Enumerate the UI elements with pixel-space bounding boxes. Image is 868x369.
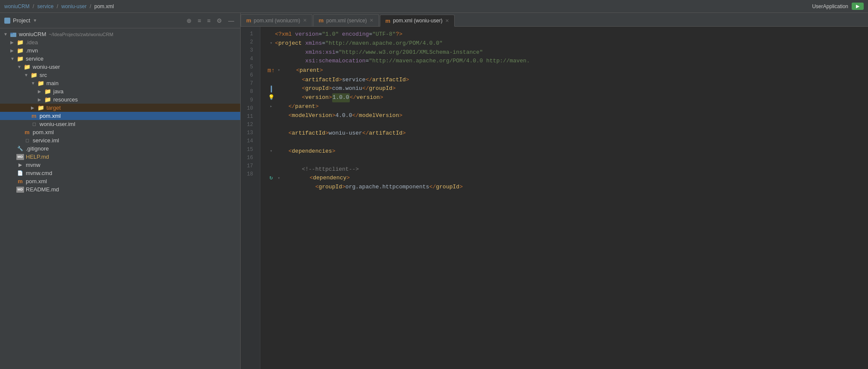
ln-7: 7 bbox=[241, 80, 257, 88]
code-line-7: <groupId>com.woniu</groupId> bbox=[267, 84, 868, 93]
editor-area: m pom.xml (woniucrm) ✕ m pom.xml (servic… bbox=[241, 13, 868, 369]
code-line-6: <artifactId>service</artifactId> bbox=[267, 76, 868, 85]
tree-arrow: ▶ bbox=[38, 89, 44, 94]
project-dropdown-icon[interactable]: ▼ bbox=[33, 18, 37, 23]
tree-item-pom-root[interactable]: m pom.xml bbox=[0, 177, 240, 185]
sidebar-header: Project ▼ ⊕ ≡ ≡ ⚙ — bbox=[0, 13, 240, 28]
folder-resources-icon: 📁 bbox=[44, 97, 52, 103]
tree-arrow: ▶ bbox=[31, 105, 37, 110]
folder-service-icon: 📁 bbox=[16, 56, 24, 62]
main-layout: Project ▼ ⊕ ≡ ≡ ⚙ — ▼ woniuCRM ~/IdeaPro… bbox=[0, 13, 868, 369]
help-md-label: HELP.md bbox=[26, 154, 49, 160]
tree-arrow: ▼ bbox=[31, 81, 37, 86]
ln-16: 16 bbox=[241, 154, 257, 162]
code-content[interactable]: <?xml version="1.0" encoding="UTF-8"?> ▾… bbox=[260, 27, 868, 369]
tab-close-1[interactable]: ✕ bbox=[303, 18, 307, 23]
woniucrm-label: woniuCRM bbox=[19, 31, 46, 37]
woniu-user-iml-label: woniu-user.iml bbox=[40, 121, 75, 127]
tab-bar: m pom.xml (woniucrm) ✕ m pom.xml (servic… bbox=[241, 13, 868, 27]
top-bar: woniuCRM / service / woniu-user / pom.xm… bbox=[0, 0, 868, 13]
file-md-readme-icon: MD bbox=[16, 187, 24, 193]
line-numbers: 1 2 3 4 5 6 7 8 9 10 11 12 13 14 15 16 1… bbox=[241, 27, 260, 369]
tab-pom-woniucrm[interactable]: m pom.xml (woniucrm) ✕ bbox=[241, 14, 312, 26]
tree-item-target[interactable]: ▶ 📁 target bbox=[0, 104, 240, 112]
tree-item-mvnw[interactable]: ▶ mvnw bbox=[0, 161, 240, 169]
code-line-9: ▸ </parent> bbox=[267, 102, 868, 111]
tree-arrow: ▶ bbox=[38, 97, 44, 102]
code-line-5: m↑ ▾ <parent> bbox=[267, 66, 868, 75]
tree-arrow: ▶ bbox=[10, 40, 16, 45]
breadcrumb-woniu-user[interactable]: woniu-user bbox=[61, 3, 87, 9]
tree-item-mvn[interactable]: ▶ 📁 .mvn bbox=[0, 46, 240, 55]
folder-java-icon: 📁 bbox=[44, 89, 52, 95]
file-m-service-icon: m bbox=[23, 129, 31, 135]
file-iml-icon: ◻ bbox=[30, 121, 38, 127]
tree-item-pom-service[interactable]: m pom.xml bbox=[0, 128, 240, 136]
expand-all-button[interactable]: ≡ bbox=[205, 16, 212, 25]
tab-pom-woniu-user[interactable]: m pom.xml (woniu-user) ✕ bbox=[380, 15, 455, 27]
tree-item-readme[interactable]: MD README.md bbox=[0, 185, 240, 194]
tree-item-woniu-user-iml[interactable]: ◻ woniu-user.iml bbox=[0, 120, 240, 128]
tree-arrow: ▼ bbox=[24, 73, 30, 77]
woniucrm-path: ~/IdeaProjects/zwb/woniuCRM bbox=[49, 32, 113, 37]
code-editor: 1 2 3 4 5 6 7 8 9 10 11 12 13 14 15 16 1… bbox=[241, 27, 868, 369]
tab-close-2[interactable]: ✕ bbox=[370, 18, 373, 23]
breadcrumb-woniucrm[interactable]: woniuCRM bbox=[4, 3, 30, 9]
tree-item-mvnw-cmd[interactable]: 📄 mvnw.cmd bbox=[0, 169, 240, 177]
tree-item-help-md[interactable]: MD HELP.md bbox=[0, 153, 240, 161]
service-iml-label: service.iml bbox=[33, 137, 59, 144]
minimize-button[interactable]: — bbox=[226, 16, 236, 25]
tab-label-3: pom.xml (woniu-user) bbox=[393, 18, 442, 24]
toolbar-right: UserApplication ▶ bbox=[812, 3, 864, 10]
folder-idea-icon: 📁 bbox=[16, 40, 24, 46]
add-content-button[interactable]: ⊕ bbox=[185, 16, 193, 25]
code-line-11 bbox=[267, 120, 868, 129]
tab-label-2: pom.xml (service) bbox=[326, 18, 367, 24]
code-line-1: <?xml version="1.0" encoding="UTF-8"?> bbox=[267, 30, 868, 39]
pom-service-label: pom.xml bbox=[33, 129, 54, 135]
java-label: java bbox=[53, 88, 64, 95]
gutter-fold-5[interactable]: ▾ bbox=[275, 67, 283, 74]
tab-m-icon-1: m bbox=[246, 17, 251, 24]
ln-8: 8 bbox=[241, 88, 257, 96]
collapse-all-button[interactable]: ≡ bbox=[196, 16, 203, 25]
woniu-user-label: woniu-user bbox=[33, 64, 60, 70]
tab-pom-service[interactable]: m pom.xml (service) ✕ bbox=[313, 14, 379, 26]
mvn-label: .mvn bbox=[26, 47, 38, 54]
breadcrumb-pom[interactable]: pom.xml bbox=[95, 3, 114, 9]
ln-4: 4 bbox=[241, 55, 257, 63]
idea-label: .idea bbox=[26, 39, 38, 46]
tree-item-idea[interactable]: ▶ 📁 .idea bbox=[0, 38, 240, 46]
settings-button[interactable]: ⚙ bbox=[215, 16, 224, 25]
tree-item-src[interactable]: ▼ 📁 src bbox=[0, 71, 240, 79]
code-line-8: 💡 <version>1.0.0</version> bbox=[267, 93, 868, 102]
gutter-fold-2[interactable]: ▾ bbox=[267, 40, 275, 47]
src-label: src bbox=[40, 72, 47, 78]
folder-mvn-icon: 📁 bbox=[16, 48, 24, 54]
gutter-fold-9[interactable]: ▸ bbox=[267, 103, 275, 110]
tree-item-service[interactable]: ▼ 📁 service bbox=[0, 55, 240, 63]
gutter-7 bbox=[267, 86, 275, 92]
tree-item-gitignore[interactable]: 🔧 .gitignore bbox=[0, 145, 240, 153]
tree-item-woniucrm[interactable]: ▼ woniuCRM ~/IdeaProjects/zwb/woniuCRM bbox=[0, 30, 240, 38]
sidebar-title: Project ▼ bbox=[4, 17, 37, 24]
tree-item-java[interactable]: ▶ 📁 java bbox=[0, 87, 240, 95]
code-line-17: ↻ ▾ <dependency> bbox=[267, 174, 868, 183]
breadcrumb-service[interactable]: service bbox=[37, 3, 54, 9]
gutter-bulb-8[interactable]: 💡 bbox=[267, 94, 275, 102]
tree-item-resources[interactable]: ▶ 📁 resources bbox=[0, 95, 240, 104]
tree-item-pom-woniu-user[interactable]: m pom.xml bbox=[0, 112, 240, 120]
gutter-fold-14[interactable]: ▾ bbox=[267, 148, 275, 155]
tree-item-service-iml[interactable]: ◻ service.iml bbox=[0, 136, 240, 145]
tree-arrow: ▼ bbox=[3, 32, 9, 37]
breadcrumb: woniuCRM / service / woniu-user / pom.xm… bbox=[4, 3, 114, 9]
tree-item-main[interactable]: ▼ 📁 main bbox=[0, 79, 240, 87]
tab-m-icon-3: m bbox=[385, 18, 391, 24]
gutter-fold-17[interactable]: ▾ bbox=[275, 175, 283, 182]
ln-17: 17 bbox=[241, 162, 257, 170]
tree-item-woniu-user[interactable]: ▼ 📁 woniu-user bbox=[0, 63, 240, 71]
svg-rect-1 bbox=[10, 33, 13, 34]
run-button[interactable]: ▶ bbox=[852, 3, 864, 10]
gutter-bar-7 bbox=[271, 86, 272, 92]
tab-close-3[interactable]: ✕ bbox=[445, 18, 449, 24]
